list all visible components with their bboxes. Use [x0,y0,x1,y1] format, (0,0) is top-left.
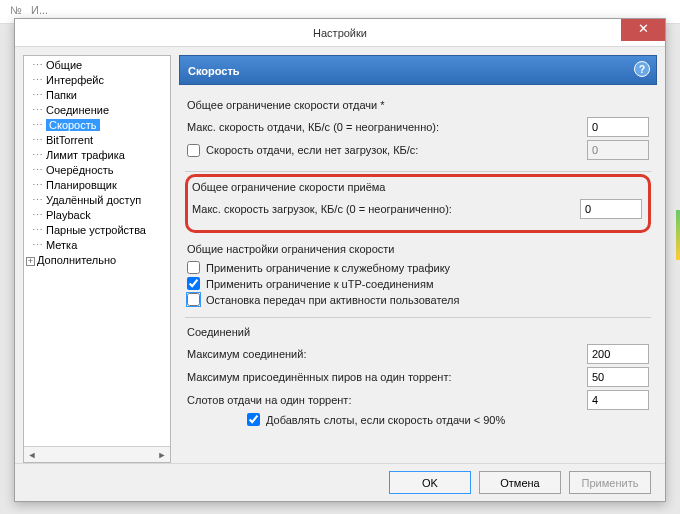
sidebar-scrollbar[interactable]: ◄ ► [24,446,170,462]
sidebar-item-label: Папки [46,89,77,101]
apply-button[interactable]: Применить [569,471,651,494]
tree-dots-icon: ⋯ [32,224,44,236]
settings-dialog: Настройки ✕ ⋯Общие⋯Интерфейс⋯Папки⋯Соеди… [14,18,666,502]
tree-dots-icon: ⋯ [32,134,44,146]
tree-dots-icon: ⋯ [32,209,44,221]
tree-dots-icon: ⋯ [32,179,44,191]
scroll-right-icon[interactable]: ► [154,448,170,462]
sidebar-item-label: Метка [46,239,77,251]
bg-decor [676,210,680,260]
tree-dots-icon: ⋯ [32,164,44,176]
sidebar-item-3[interactable]: ⋯Соединение [24,103,170,118]
group-conn-title: Соединений [187,326,649,338]
content-pane: Скорость ? Общее ограничение скорости от… [179,55,657,463]
sidebar-item-label: BitTorrent [46,134,93,146]
sidebar-item-label: Интерфейс [46,74,104,86]
sidebar-item-label: Соединение [46,104,109,116]
tree-dots-icon: ⋯ [32,194,44,206]
conn-slots-input[interactable] [587,390,649,410]
tree-dots-icon: ⋯ [32,74,44,86]
upload-alt-label: Скорость отдачи, если нет загрузок, КБ/с… [206,144,418,156]
sidebar-item-label: Дополнительно [37,254,116,266]
sidebar-item-1[interactable]: ⋯Интерфейс [24,73,170,88]
tree-dots-icon: ⋯ [32,89,44,101]
sidebar-item-label: Скорость [46,119,100,131]
section-header: Скорость ? [179,55,657,85]
overhead-label: Применить ограничение к служебному трафи… [206,262,450,274]
download-max-label: Макс. скорость загрузок, КБ/с (0 = неогр… [192,203,580,215]
cancel-button[interactable]: Отмена [479,471,561,494]
overhead-checkbox[interactable] [187,261,200,274]
sidebar-item-2[interactable]: ⋯Папки [24,88,170,103]
download-max-input[interactable] [580,199,642,219]
conn-peers-label: Максимум присоединённых пиров на один то… [187,371,587,383]
tree-dots-icon: ⋯ [32,104,44,116]
utp-label: Применить ограничение к uTP-соединениям [206,278,434,290]
sidebar-item-label: Очерёдность [46,164,114,176]
ok-button[interactable]: OK [389,471,471,494]
conn-slots-label: Слотов отдачи на один торрент: [187,394,587,406]
sidebar-item-7[interactable]: ⋯Очерёдность [24,163,170,178]
group-download-highlight: Общее ограничение скорости приёма Макс. … [185,174,651,233]
sidebar-item-label: Лимит трафика [46,149,125,161]
tree-dots-icon: ⋯ [32,119,44,131]
sidebar-item-0[interactable]: ⋯Общие [24,58,170,73]
help-icon[interactable]: ? [634,61,650,77]
section-title: Скорость [188,65,240,77]
sidebar-item-4[interactable]: ⋯Скорость [24,118,170,133]
utp-checkbox[interactable] [187,277,200,290]
close-button[interactable]: ✕ [621,19,665,41]
stop-label: Остановка передач при активности пользов… [206,294,459,306]
scroll-left-icon[interactable]: ◄ [24,448,40,462]
sidebar-item-13[interactable]: +Дополнительно [24,253,170,267]
extra-slots-label: Добавлять слоты, если скорость отдачи < … [266,414,505,426]
group-global: Общие настройки ограничения скорости При… [185,237,651,318]
tree-dots-icon: ⋯ [32,239,44,251]
sidebar-item-5[interactable]: ⋯BitTorrent [24,133,170,148]
nav-tree: ⋯Общие⋯Интерфейс⋯Папки⋯Соединение⋯Скорос… [24,56,170,446]
sidebar-item-label: Парные устройства [46,224,146,236]
tree-dots-icon: ⋯ [32,59,44,71]
sidebar-item-8[interactable]: ⋯Планировщик [24,178,170,193]
expand-icon[interactable]: + [26,257,35,266]
sidebar-item-label: Планировщик [46,179,117,191]
group-upload-title: Общее ограничение скорости отдачи * [187,99,649,111]
group-global-title: Общие настройки ограничения скорости [187,243,649,255]
upload-alt-checkbox[interactable] [187,144,200,157]
sidebar-item-label: Playback [46,209,91,221]
dialog-footer: OK Отмена Применить [15,463,665,501]
bg-col: № И... [0,0,58,20]
titlebar: Настройки ✕ [15,19,665,47]
sidebar-item-6[interactable]: ⋯Лимит трафика [24,148,170,163]
group-download-title: Общее ограничение скорости приёма [192,181,642,193]
sidebar-item-10[interactable]: ⋯Playback [24,208,170,223]
sidebar-item-label: Удалённый доступ [46,194,141,206]
group-upload: Общее ограничение скорости отдачи * Макс… [185,93,651,172]
conn-max-input[interactable] [587,344,649,364]
extra-slots-checkbox[interactable] [247,413,260,426]
sidebar-item-11[interactable]: ⋯Парные устройства [24,223,170,238]
stop-checkbox[interactable] [187,293,200,306]
tree-dots-icon: ⋯ [32,149,44,161]
upload-max-input[interactable] [587,117,649,137]
sidebar-item-12[interactable]: ⋯Метка [24,238,170,253]
sidebar-item-9[interactable]: ⋯Удалённый доступ [24,193,170,208]
conn-peers-input[interactable] [587,367,649,387]
sidebar-item-label: Общие [46,59,82,71]
group-connections: Соединений Максимум соединений: Максимум… [185,320,651,437]
window-title: Настройки [313,27,367,39]
upload-alt-input [587,140,649,160]
conn-max-label: Максимум соединений: [187,348,587,360]
sidebar: ⋯Общие⋯Интерфейс⋯Папки⋯Соединение⋯Скорос… [23,55,171,463]
upload-max-label: Макс. скорость отдачи, КБ/с (0 = неогран… [187,121,587,133]
